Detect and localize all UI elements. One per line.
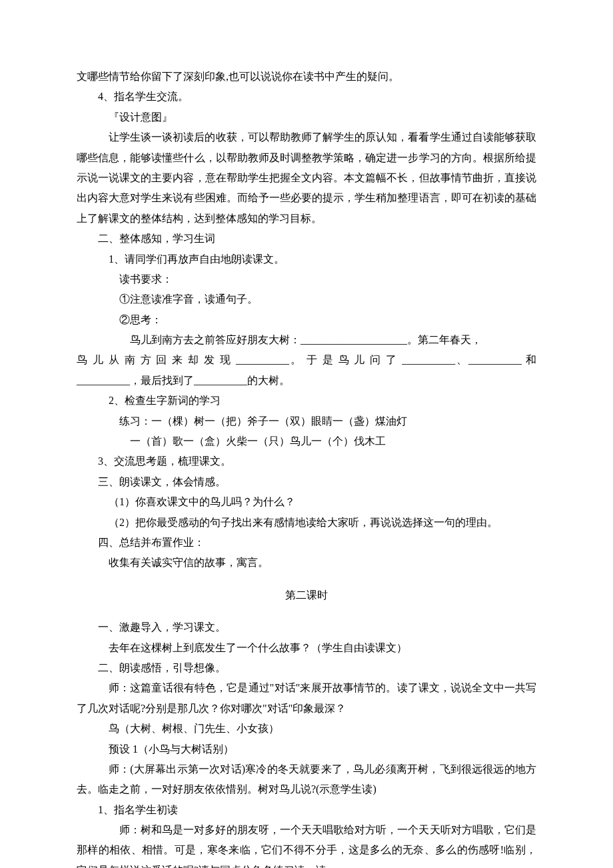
blank: __________ — [236, 354, 289, 365]
blank: __________ — [468, 354, 522, 365]
l2-s2-teacher-1: 师：这篇童话很有特色，它是通过"对话"来展开故事情节的。读了课文，说说全文中一共… — [77, 678, 536, 719]
lesson-2-heading: 第二课时 — [77, 585, 536, 605]
section-4-title: 四、总结并布置作业： — [77, 533, 536, 553]
practice-line-1: 练习：一（棵）树一（把）斧子一（双）眼睛一（盏）煤油灯 — [77, 411, 536, 431]
l2-section-1-body: 去年在这棵树上到底发生了一个什么故事？（学生自由读课文） — [77, 638, 536, 658]
text: 鸟儿到南方去之前答应好朋友大树： — [130, 334, 301, 345]
section-4-body: 收集有关诚实守信的故事，寓言。 — [77, 553, 536, 573]
reading-req-1: ①注意读准字音，读通句子。 — [77, 289, 536, 309]
section-3-title: 三、朗读课文，体会情感。 — [77, 472, 536, 492]
text: ，最后找到了 — [130, 375, 194, 386]
blank: ____________________ — [301, 334, 407, 345]
blank: __________ — [194, 375, 247, 386]
section-2-item-1: 1、请同学们再放声自由地朗读课文。 — [77, 249, 536, 269]
text: 的大树。 — [247, 375, 290, 386]
text: 、 — [455, 354, 468, 365]
text: 和 — [522, 354, 536, 365]
l2-s2-bird: 鸟（大树、树根、门先生、小女孩） — [77, 719, 536, 739]
l2-s2-preset: 预设 1（小鸟与大树话别） — [77, 739, 536, 759]
blank: __________ — [77, 375, 130, 386]
section-2-item-3: 3、交流思考题，梳理课文。 — [77, 451, 536, 471]
l2-s2-item-1: 1、指名学生初读 — [77, 800, 536, 820]
reading-req-label: 读书要求： — [77, 269, 536, 289]
design-intent-body: 让学生谈一谈初读后的收获，可以帮助教师了解学生的原认知，看看学生通过自读能够获取… — [77, 127, 536, 229]
reading-req-2: ②思考： — [77, 310, 536, 330]
practice-line-2: 一（首）歌一（盒）火柴一（只）鸟儿一（个）伐木工 — [77, 431, 536, 451]
item-4: 4、指名学生交流。 — [77, 87, 536, 107]
text: 。 于 是 鸟 儿 问 了 — [289, 354, 402, 365]
l2-s2-item-1-teacher: 师：树和鸟是一对多好的朋友呀，一个天天唱歌给对方听，一个天天听对方唱歌，它们是那… — [77, 820, 536, 868]
design-intent-label: 『设计意图』 — [77, 107, 536, 127]
text: 。第二年春天， — [407, 334, 482, 345]
fill-blank-line-3: __________，最后找到了__________的大树。 — [77, 371, 536, 391]
paragraph-continued: 文哪些情节给你留下了深刻印象,也可以说说你在读书中产生的疑问。 — [77, 67, 536, 87]
l2-section-1-title: 一、激趣导入，学习课文。 — [77, 617, 536, 637]
fill-blank-line-2: 鸟 儿 从 南 方 回 来 却 发 现 __________。 于 是 鸟 儿 … — [77, 350, 536, 370]
l2-section-2-title: 二、朗读感悟，引导想像。 — [77, 658, 536, 678]
section-2-title: 二、整体感知，学习生词 — [77, 229, 536, 249]
blank: __________ — [402, 354, 455, 365]
l2-s2-teacher-2: 师：(大屏幕出示第一次对话)寒冷的冬天就要来了，鸟儿必须离开树，飞到很远很远的地… — [77, 759, 536, 800]
section-3-q1: （1）你喜欢课文中的鸟儿吗？为什么？ — [77, 492, 536, 512]
section-2-item-2: 2、检查生字新词的学习 — [77, 391, 536, 411]
fill-blank-line-1: 鸟儿到南方去之前答应好朋友大树：____________________。第二年… — [77, 330, 536, 350]
text: 鸟 儿 从 南 方 回 来 却 发 现 — [77, 354, 236, 365]
section-3-q2: （2）把你最受感动的句子找出来有感情地读给大家听，再说说选择这一句的理由。 — [77, 513, 536, 533]
